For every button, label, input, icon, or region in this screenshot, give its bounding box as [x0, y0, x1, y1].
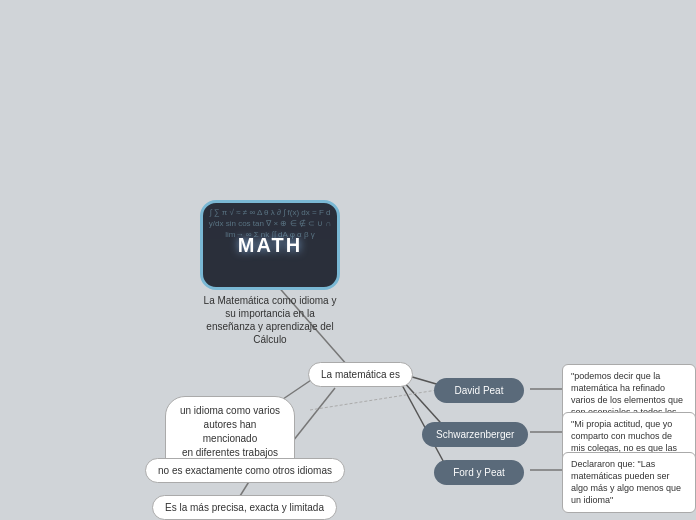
quote3-box: Declararon que: "Las matemáticas pueden …	[562, 452, 696, 513]
david-peat-oval: David Peat	[434, 378, 524, 403]
main-concept-node: La matemática es	[308, 362, 413, 387]
david-peat-node: David Peat	[434, 378, 524, 403]
branch2-node: no es exactamente como otros idiomas	[145, 458, 345, 483]
math-title: MATH	[238, 234, 302, 257]
svg-line-10	[310, 388, 450, 410]
ford-peat-oval: Ford y Peat	[434, 460, 524, 485]
math-image: ∫ ∑ π √ ≈ ≠ ∞ Δ θ λ ∂ ∫ f(x) dx = F dy/d…	[200, 200, 340, 290]
schwarzenberger-node: Schwarzenberger	[422, 422, 528, 447]
center-node: ∫ ∑ π √ ≈ ≠ ∞ Δ θ λ ∂ ∫ f(x) dx = F dy/d…	[200, 200, 340, 346]
quote3-node: Declararon que: "Las matemáticas pueden …	[562, 452, 696, 513]
branch3-bubble: Es la más precisa, exacta y limitada	[152, 495, 337, 520]
main-concept-bubble: La matemática es	[308, 362, 413, 387]
branch3-node: Es la más precisa, exacta y limitada	[152, 495, 337, 520]
ford-peat-node: Ford y Peat	[434, 460, 524, 485]
center-caption: La Matemática como idioma y su importanc…	[200, 294, 340, 346]
branch2-bubble: no es exactamente como otros idiomas	[145, 458, 345, 483]
schwarzenberger-oval: Schwarzenberger	[422, 422, 528, 447]
